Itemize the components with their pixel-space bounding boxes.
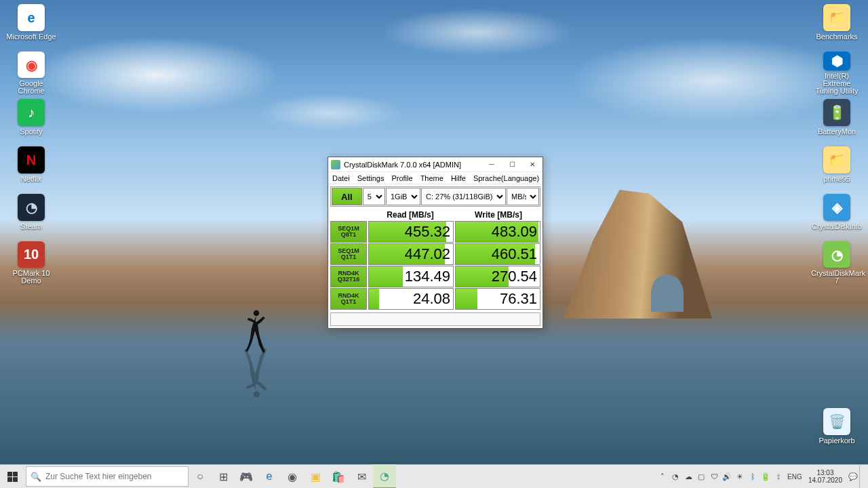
controls-row: All 5 1GiB C: 27% (31/118GiB) MB/s (330, 186, 540, 207)
desktop-icon[interactable]: ◈CrystalDiskInfo (811, 192, 863, 237)
test-button[interactable]: SEQ1MQ1T1 (330, 243, 367, 265)
tray-wifi-icon[interactable]: ⟟ (772, 465, 785, 488)
app-icon: N (18, 146, 45, 174)
desktop-icon[interactable]: ◔CrystalDiskMark 7 (811, 240, 863, 285)
read-value: 134.49 (368, 266, 454, 287)
desktop-icon-label: prime95 (823, 176, 850, 183)
search-placeholder: Zur Suche Text hier eingeben (45, 472, 152, 481)
test-count-select[interactable]: 5 (363, 188, 385, 205)
desktop-icon[interactable]: ◔Steam (5, 192, 57, 237)
test-button[interactable]: SEQ1MQ8T1 (330, 221, 367, 243)
read-value: 447.02 (368, 243, 454, 265)
tray-brightness-icon[interactable]: ☀ (734, 465, 747, 488)
desktop-icon[interactable]: NNetflix (5, 145, 57, 190)
tray-onedrive-icon[interactable]: ☁ (682, 465, 695, 488)
write-header: Write [MB/s] (454, 210, 542, 220)
desktop-icon[interactable]: 📁Benchmarks (811, 3, 863, 47)
minimize-button[interactable]: ─ (481, 157, 502, 171)
show-desktop-button[interactable] (859, 465, 864, 488)
window-title: CrystalDiskMark 7.0.0 x64 [ADMIN] (344, 161, 481, 169)
windows-logo-icon (7, 472, 18, 482)
result-row: SEQ1MQ8T1455.32483.09 (330, 221, 540, 243)
menu-item[interactable]: Profile (391, 174, 412, 182)
result-row: RND4KQ32T16134.49270.54 (330, 266, 540, 287)
search-box[interactable]: 🔍 Zur Suche Text hier eingeben (26, 466, 189, 487)
read-value: 24.08 (368, 288, 454, 310)
desktop-icon-label: Steam (20, 223, 42, 230)
test-button[interactable]: RND4KQ32T16 (330, 266, 367, 287)
tray-steam-icon[interactable]: ◔ (669, 465, 682, 488)
svg-point-0 (254, 310, 259, 316)
menubar: DateiSettingsProfileThemeHilfeSprache(La… (328, 172, 542, 184)
start-button[interactable] (0, 465, 24, 488)
app-icon: 📁 (823, 146, 850, 174)
recycle-bin-icon: 🗑️ (823, 408, 850, 435)
menu-item[interactable]: Datei (332, 174, 350, 182)
test-size-select[interactable]: 1GiB (386, 188, 420, 205)
desktop-icon-label: Intel(R) Extreme Tuning Utility (811, 73, 863, 95)
desktop-icon[interactable]: ⬢Intel(R) Extreme Tuning Utility (811, 50, 863, 95)
system-tray: ˄ ◔ ☁ ▢ 🛡 🔊 ☀ ᛒ 🔋 ⟟ ENG 13:03 14.07.2020… (656, 465, 868, 488)
app-icon: ♪ (18, 99, 45, 126)
tray-chevron-icon[interactable]: ˄ (656, 465, 669, 488)
titlebar[interactable]: CrystalDiskMark 7.0.0 x64 [ADMIN] ─ ☐ ✕ (328, 157, 542, 172)
task-view-icon[interactable]: ⊞ (212, 465, 235, 488)
menu-item[interactable]: Settings (357, 174, 384, 182)
unit-select[interactable]: MB/s (507, 188, 539, 205)
tray-battery-icon[interactable]: 🔋 (760, 465, 772, 488)
tray-volume-icon[interactable]: 🔊 (721, 465, 734, 488)
desktop-icon[interactable]: 📁prime95 (811, 145, 863, 190)
search-icon: 🔍 (26, 472, 45, 482)
tray-clock[interactable]: 13:03 14.07.2020 (804, 469, 846, 484)
svg-point-1 (254, 391, 260, 397)
test-button[interactable]: RND4KQ1T1 (330, 288, 367, 310)
desktop-icon-label: Microsoft Edge (6, 33, 56, 41)
desktop-icon-label: PCMark 10 Demo (5, 270, 57, 285)
desktop-icon[interactable]: ◉Google Chrome (5, 50, 57, 95)
taskbar-mail-icon[interactable]: ✉ (350, 465, 373, 488)
app-icon: ◈ (823, 194, 850, 221)
taskbar-explorer-icon[interactable]: ▣ (304, 465, 327, 488)
cortana-icon[interactable]: ○ (189, 465, 212, 488)
desktop-icon[interactable]: ♪Spotify (5, 98, 57, 142)
desktop-icon-label: Spotify (20, 128, 43, 136)
tray-time: 13:03 (808, 469, 842, 476)
run-all-button[interactable]: All (332, 188, 362, 205)
maximize-button[interactable]: ☐ (502, 157, 522, 171)
taskbar-xbox-icon[interactable]: 🎮 (235, 465, 258, 488)
menu-item[interactable]: Hilfe (451, 174, 466, 182)
desktop-icon[interactable]: eMicrosoft Edge (5, 3, 57, 47)
tray-language[interactable]: ENG (785, 465, 804, 488)
wallpaper-reflection (241, 359, 269, 400)
taskbar-crystaldiskmark-icon[interactable]: ◔ (373, 464, 396, 488)
tray-bluetooth-icon[interactable]: ᛒ (747, 465, 760, 488)
desktop-icons-left: eMicrosoft Edge◉Google Chrome♪SpotifyNNe… (5, 3, 57, 287)
write-value: 270.54 (455, 266, 540, 287)
status-bar (330, 312, 540, 326)
tray-security-icon[interactable]: 🛡 (708, 465, 721, 488)
write-value: 76.31 (455, 288, 540, 310)
drive-select[interactable]: C: 27% (31/118GiB) (421, 188, 506, 205)
desktop-icon-label: Google Chrome (5, 80, 57, 95)
desktop[interactable]: eMicrosoft Edge◉Google Chrome♪SpotifyNNe… (0, 0, 868, 488)
app-icon: ◔ (823, 241, 850, 268)
write-value: 483.09 (455, 221, 540, 243)
app-icon: ◔ (18, 194, 45, 221)
close-button[interactable]: ✕ (522, 157, 542, 171)
taskbar-chrome-icon[interactable]: ◉ (281, 465, 304, 488)
tray-notifications-icon[interactable]: 💬 (846, 465, 859, 488)
tray-touchpad-icon[interactable]: ▢ (695, 465, 708, 488)
taskbar: 🔍 Zur Suche Text hier eingeben ○ ⊞ 🎮 e ◉… (0, 464, 868, 488)
recycle-bin[interactable]: 🗑️ Papierkorb (811, 407, 863, 451)
desktop-icon[interactable]: 10PCMark 10 Demo (5, 240, 57, 285)
taskbar-edge-icon[interactable]: e (258, 465, 281, 488)
app-icon: ◉ (18, 52, 45, 78)
column-headers: Read [MB/s] Write [MB/s] (328, 209, 542, 221)
taskbar-store-icon[interactable]: 🛍️ (327, 465, 350, 488)
menu-item[interactable]: Sprache(Language) (473, 174, 539, 182)
app-icon: ⬢ (823, 52, 850, 70)
menu-item[interactable]: Theme (420, 174, 443, 182)
app-icon: 10 (18, 241, 45, 268)
desktop-icon[interactable]: 🔋BatteryMon (811, 98, 863, 142)
desktop-icon-label: BatteryMon (818, 128, 856, 136)
